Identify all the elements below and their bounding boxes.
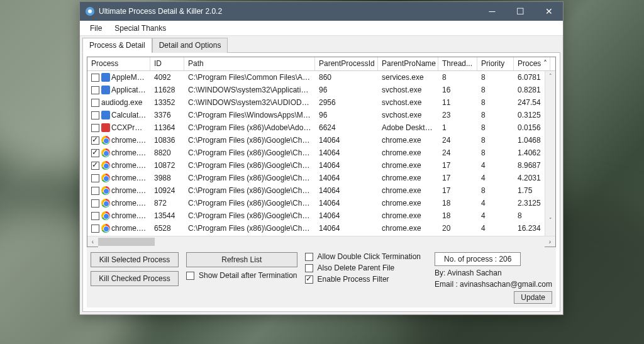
row-checkbox[interactable] (91, 86, 99, 94)
column-threads[interactable]: Thread... (438, 57, 477, 70)
parent-pid: 14064 (315, 199, 378, 208)
priority: 8 (477, 86, 514, 94)
scroll-right-arrow[interactable]: › (545, 236, 555, 247)
process-id: 3988 (150, 174, 184, 182)
scroll-down-arrow[interactable]: ˅ (545, 215, 555, 225)
thread-count: 16 (438, 86, 477, 94)
priority: 8 (477, 98, 514, 107)
table-row[interactable]: chrome.exe872C:\Program Files (x86)\Goog… (87, 197, 555, 209)
parent-name: Adobe Deskto... (378, 123, 438, 132)
enable-filter-checkbox[interactable] (305, 275, 313, 284)
parent-pid: 14064 (315, 224, 378, 233)
adobe-icon (101, 123, 110, 132)
refresh-button[interactable]: Refresh List (186, 252, 297, 267)
app-icon (101, 86, 110, 94)
chrome-icon (101, 136, 110, 145)
tab-detail-options[interactable]: Detail and Options (152, 38, 228, 53)
proc-value: 8.9687 (514, 161, 550, 170)
column-priority[interactable]: Priority (477, 57, 514, 70)
app-window: Ultimate Process Detail & Killer 2.0.2 ─… (79, 1, 564, 315)
app-icon (101, 73, 110, 82)
app-icon (85, 6, 95, 16)
process-path: C:\Program Files (x86)\Google\Chro... (184, 174, 315, 182)
show-detail-checkbox[interactable] (186, 272, 194, 280)
row-checkbox[interactable] (91, 74, 99, 82)
row-checkbox[interactable] (91, 174, 99, 182)
thread-count: 18 (438, 211, 477, 220)
minimize-button[interactable]: ─ (478, 2, 506, 21)
column-id[interactable]: ID (150, 57, 184, 70)
maximize-button[interactable]: ☐ (506, 2, 535, 21)
parent-pid: 14064 (315, 148, 378, 157)
column-pname[interactable]: ParentProName (378, 57, 438, 70)
hscroll-thumb[interactable] (98, 238, 155, 246)
row-checkbox[interactable] (91, 149, 99, 157)
process-id: 872 (150, 199, 184, 208)
process-list: Process ID Path ParentProcessId ParentPr… (87, 57, 556, 247)
list-body[interactable]: ˄ ˅ AppleMob...4092C:\Program Files\Comm… (87, 71, 555, 236)
process-name: chrome.exe (111, 211, 150, 220)
titlebar[interactable]: Ultimate Process Detail & Killer 2.0.2 ─… (80, 2, 563, 21)
parent-name: chrome.exe (378, 211, 438, 220)
thread-count: 18 (438, 199, 477, 208)
thread-count: 24 (438, 148, 477, 157)
process-count: No. of process : 206 (435, 252, 521, 266)
menu-special-thanks[interactable]: Special Thanks (108, 21, 172, 35)
row-checkbox[interactable] (91, 111, 99, 119)
scroll-up-arrow[interactable]: ˄ (545, 71, 555, 81)
row-checkbox[interactable] (91, 136, 99, 145)
process-id: 11364 (150, 123, 184, 132)
column-path[interactable]: Path (184, 57, 315, 70)
row-checkbox[interactable] (91, 162, 99, 170)
process-name: chrome.exe (111, 186, 150, 195)
thread-count: 17 (438, 186, 477, 195)
table-row[interactable]: chrome.exe6528C:\Program Files (x86)\Goo… (87, 222, 555, 235)
also-delete-checkbox[interactable] (305, 264, 313, 272)
table-row[interactable]: Calculator...3376C:\Program Files\Window… (87, 109, 555, 121)
table-row[interactable]: chrome.exe10836C:\Program Files (x86)\Go… (87, 134, 555, 147)
kill-checked-button[interactable]: Kill Checked Process (91, 271, 179, 286)
kill-selected-button[interactable]: Kill Selected Process (91, 252, 179, 267)
update-button[interactable]: Update (514, 291, 552, 304)
chrome-icon (101, 148, 110, 157)
process-name: CCXProce... (111, 123, 150, 132)
parent-pid: 14064 (315, 161, 378, 170)
column-ppid[interactable]: ParentProcessId (315, 57, 378, 70)
table-row[interactable]: audiodg.exe13352C:\WINDOWS\system32\AUDI… (87, 96, 555, 109)
parent-pid: 6624 (315, 123, 378, 132)
row-checkbox[interactable] (91, 225, 99, 233)
column-proces[interactable]: Proces ˄ (514, 57, 550, 70)
row-checkbox[interactable] (91, 187, 99, 195)
allow-dblclick-checkbox[interactable] (305, 253, 313, 261)
table-row[interactable]: chrome.exe3988C:\Program Files (x86)\Goo… (87, 172, 555, 184)
close-button[interactable]: ✕ (535, 2, 563, 21)
parent-name: svchost.exe (378, 98, 438, 107)
process-path: C:\Program Files (x86)\Google\Chro... (184, 186, 315, 195)
row-checkbox[interactable] (91, 199, 99, 208)
author-label: By: Avinash Sachan (435, 269, 502, 277)
process-name: chrome.exe (111, 199, 150, 208)
chrome-icon (101, 199, 110, 208)
horizontal-scrollbar[interactable]: ‹ › (87, 236, 555, 247)
table-row[interactable]: chrome.exe8820C:\Program Files (x86)\Goo… (87, 147, 555, 159)
table-row[interactable]: chrome.exe10872C:\Program Files (x86)\Go… (87, 159, 555, 172)
priority: 4 (477, 211, 514, 220)
table-row[interactable]: chrome.exe10924C:\Program Files (x86)\Go… (87, 184, 555, 197)
table-row[interactable]: CCXProce...11364C:\Program Files (x86)\A… (87, 121, 555, 134)
menu-file[interactable]: File (84, 21, 108, 35)
table-row[interactable]: Applicatio...11628C:\WINDOWS\system32\Ap… (87, 84, 555, 96)
process-name: AppleMob... (111, 73, 150, 82)
thread-count: 20 (438, 224, 477, 233)
row-checkbox[interactable] (91, 99, 99, 107)
tab-process-detail[interactable]: Process & Detail (82, 38, 152, 53)
priority: 4 (477, 224, 514, 233)
row-checkbox[interactable] (91, 124, 99, 132)
row-checkbox[interactable] (91, 212, 99, 220)
proc-value: 2.3125 (514, 199, 550, 208)
column-process[interactable]: Process (87, 57, 150, 70)
parent-name: chrome.exe (378, 148, 438, 157)
table-row[interactable]: chrome.exe13544C:\Program Files (x86)\Go… (87, 209, 555, 222)
scroll-left-arrow[interactable]: ‹ (87, 236, 98, 247)
table-row[interactable]: AppleMob...4092C:\Program Files\Common F… (87, 71, 555, 84)
chrome-icon (101, 161, 110, 170)
